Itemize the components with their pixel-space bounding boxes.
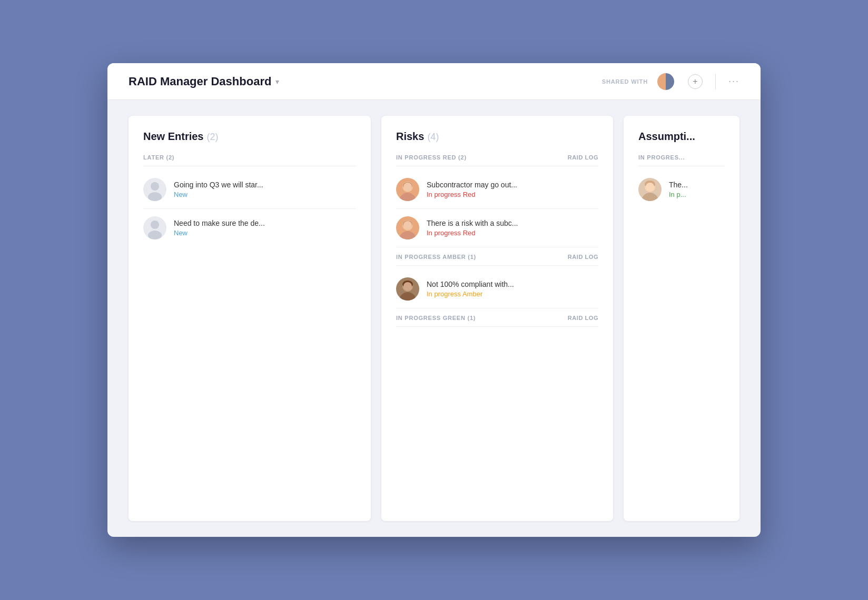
svg-point-3 bbox=[148, 231, 162, 239]
assumptions-header: Assumpti... bbox=[638, 131, 725, 143]
item-content: Going into Q3 we will star... New bbox=[174, 181, 263, 198]
placeholder-avatar-icon bbox=[143, 216, 166, 239]
header-divider bbox=[715, 74, 716, 89]
risks-panel: Risks (4) IN PROGRESS RED (2) RAID Log bbox=[381, 116, 613, 521]
list-item[interactable]: Need to make sure the de... New bbox=[143, 209, 356, 247]
in-progress-amber-header: IN PROGRESS AMBER (1) RAID Log bbox=[396, 254, 598, 266]
svg-point-2 bbox=[151, 221, 159, 229]
raid-log-link-green[interactable]: RAID Log bbox=[568, 315, 598, 321]
list-item[interactable]: Going into Q3 we will star... New bbox=[143, 171, 356, 209]
woman-avatar-icon bbox=[638, 178, 662, 201]
risks-title: Risks bbox=[396, 131, 424, 143]
in-progress-red-header: IN PROGRESS RED (2) RAID Log bbox=[396, 154, 598, 166]
svg-point-15 bbox=[403, 282, 412, 291]
item-status: New bbox=[174, 229, 265, 237]
in-progress-amber-title: IN PROGRESS AMBER (1) bbox=[396, 254, 476, 260]
in-progress-red-title: IN PROGRESS RED (2) bbox=[396, 154, 467, 161]
avatar bbox=[638, 178, 662, 201]
assumptions-title: Assumpti... bbox=[638, 131, 695, 143]
risks-header: Risks (4) bbox=[396, 131, 598, 143]
item-content: Subcontractor may go out... In progress … bbox=[427, 181, 517, 198]
svg-point-12 bbox=[399, 292, 416, 301]
item-text: There is a risk with a subc... bbox=[427, 219, 518, 227]
header: RAID Manager Dashboard ▾ SHARED WITH + ·… bbox=[107, 63, 761, 100]
woman-avatar-icon bbox=[396, 178, 419, 201]
in-progress-green-header: IN PROGRESS GREEN (1) RAID Log bbox=[396, 315, 598, 327]
later-section-title: LATER (2) bbox=[143, 154, 174, 161]
avatar bbox=[143, 178, 166, 201]
add-shared-user-button[interactable]: + bbox=[688, 74, 703, 89]
svg-point-11 bbox=[403, 221, 412, 229]
avatar bbox=[656, 72, 675, 91]
avatar-group bbox=[656, 72, 675, 91]
item-text: Going into Q3 we will star... bbox=[174, 181, 263, 189]
list-item[interactable]: Subcontractor may go out... In progress … bbox=[396, 171, 598, 209]
avatar bbox=[396, 277, 419, 301]
header-right: SHARED WITH + ··· bbox=[602, 72, 739, 91]
later-section-header: LATER (2) bbox=[143, 154, 356, 166]
avatar bbox=[396, 216, 419, 239]
header-left: RAID Manager Dashboard ▾ bbox=[129, 75, 279, 88]
avatar bbox=[396, 178, 419, 201]
new-entries-header: New Entries (2) bbox=[143, 131, 356, 143]
svg-point-0 bbox=[151, 182, 159, 191]
svg-point-16 bbox=[642, 193, 658, 201]
more-options-button[interactable]: ··· bbox=[728, 76, 739, 87]
svg-point-4 bbox=[399, 193, 416, 201]
item-content: There is a risk with a subc... In progre… bbox=[427, 219, 518, 237]
item-status: In progress Red bbox=[427, 191, 517, 198]
shared-with-label: SHARED WITH bbox=[602, 78, 648, 85]
item-content: Not 100% compliant with... In progress A… bbox=[427, 280, 514, 298]
risks-count: (4) bbox=[427, 132, 439, 143]
svg-point-7 bbox=[403, 183, 412, 191]
avatar bbox=[143, 216, 166, 239]
item-status: In progress Red bbox=[427, 229, 518, 237]
item-content: Need to make sure the de... New bbox=[174, 219, 265, 237]
item-status: In progress Amber bbox=[427, 290, 514, 298]
list-item[interactable]: There is a risk with a subc... In progre… bbox=[396, 209, 598, 247]
new-entries-count: (2) bbox=[206, 132, 218, 143]
item-text: Subcontractor may go out... bbox=[427, 181, 517, 189]
in-progress-green-title: IN PROGRESS GREEN (1) bbox=[396, 315, 476, 321]
placeholder-avatar-icon bbox=[143, 178, 166, 201]
raid-log-link-red[interactable]: RAID Log bbox=[568, 154, 598, 161]
main-content: New Entries (2) LATER (2) Going into Q3 … bbox=[107, 100, 761, 537]
item-text: Need to make sure the de... bbox=[174, 219, 265, 227]
item-status: New bbox=[174, 191, 263, 198]
item-content: The... In p... bbox=[669, 181, 688, 198]
assumptions-panel: Assumpti... IN PROGRES... The... bbox=[624, 116, 739, 521]
app-window: RAID Manager Dashboard ▾ SHARED WITH + ·… bbox=[107, 63, 761, 537]
dropdown-icon[interactable]: ▾ bbox=[275, 77, 279, 86]
svg-point-8 bbox=[399, 231, 416, 239]
item-text: Not 100% compliant with... bbox=[427, 280, 514, 288]
item-status: In p... bbox=[669, 191, 688, 198]
svg-point-1 bbox=[148, 192, 162, 201]
raid-log-link-amber[interactable]: RAID Log bbox=[568, 254, 598, 260]
man-avatar-icon bbox=[396, 277, 419, 301]
page-title: RAID Manager Dashboard bbox=[129, 75, 271, 88]
list-item[interactable]: Not 100% compliant with... In progress A… bbox=[396, 270, 598, 308]
svg-point-19 bbox=[646, 183, 654, 191]
assumptions-section-header: IN PROGRES... bbox=[638, 154, 725, 166]
item-text: The... bbox=[669, 181, 688, 189]
list-item[interactable]: The... In p... bbox=[638, 171, 725, 208]
woman-avatar-icon bbox=[396, 216, 419, 239]
new-entries-title: New Entries bbox=[143, 131, 203, 143]
assumptions-section-title: IN PROGRES... bbox=[638, 154, 685, 161]
new-entries-panel: New Entries (2) LATER (2) Going into Q3 … bbox=[129, 116, 371, 521]
